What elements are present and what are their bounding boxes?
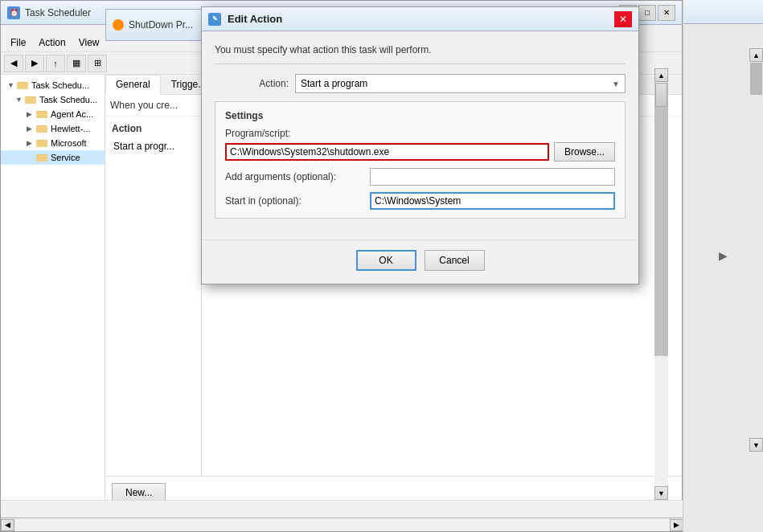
sidebar-item-microsoft[interactable]: ▶ Microsoft: [1, 136, 105, 150]
expand-icon-3: ▶: [27, 110, 35, 118]
folder-icon-microsoft: [36, 137, 47, 149]
program-script-input[interactable]: [225, 143, 549, 161]
back-button[interactable]: ◀: [4, 55, 23, 72]
action-dropdown-value: Start a program: [301, 78, 367, 89]
action-dropdown[interactable]: Start a program ▼: [295, 74, 626, 93]
horizontal-scrollbar: ◀ ▶: [1, 518, 683, 531]
sidebar-item-service-label: Service: [51, 153, 80, 162]
sidebar-item-service[interactable]: Service: [1, 150, 105, 165]
program-script-label: Program/script:: [225, 128, 615, 139]
svg-rect-1: [17, 83, 28, 89]
action-list-value: Start a progr...: [113, 141, 174, 152]
close-button[interactable]: ✕: [658, 5, 675, 21]
svg-rect-11: [36, 155, 47, 162]
folder-icon-agent: [36, 108, 47, 120]
sidebar-item-microsoft-label: Microsoft: [51, 138, 87, 148]
sidebar-item-agent-label: Agent Ac...: [51, 109, 93, 119]
right-title-bar: [683, 0, 763, 24]
sidebar-item-task-scheduler[interactable]: ▼ Task Schedu...: [1, 92, 105, 107]
sidebar-item-label-2: Task Schedu...: [39, 95, 97, 104]
task-scheduler-icon: ⏰: [7, 6, 20, 19]
view-menu[interactable]: View: [72, 35, 106, 50]
forward-button[interactable]: ▶: [25, 55, 44, 72]
start-in-row: Start in (optional):: [225, 192, 615, 210]
svg-rect-9: [36, 141, 47, 147]
actions-list-panel: Action Start a progr...: [105, 117, 202, 476]
dialog-title-icon: ✎: [208, 13, 221, 26]
program-script-row: Browse...: [225, 142, 615, 162]
expand-icon: ▼: [7, 81, 15, 89]
svg-rect-7: [36, 126, 47, 133]
action-row: Action: Start a program ▼: [215, 74, 626, 93]
status-bar: [1, 500, 683, 518]
maximize-button[interactable]: □: [638, 5, 656, 21]
sidebar-item-hewlett-label: Hewlett-...: [51, 124, 91, 133]
start-in-label: Start in (optional):: [225, 195, 370, 207]
dialog-title-text: Edit Action: [228, 13, 614, 25]
up-button[interactable]: ↑: [46, 55, 65, 72]
right-scroll-area: ▲: [749, 48, 763, 96]
right-scroll-bottom-area: ▼: [749, 438, 763, 452]
dialog-close-button[interactable]: ✕: [614, 11, 632, 27]
add-arguments-label: Add arguments (optional):: [225, 171, 370, 182]
browse-button[interactable]: Browse...: [554, 142, 615, 162]
action-label: Action:: [215, 78, 295, 89]
file-menu[interactable]: File: [4, 35, 32, 50]
sidebar-item-task-scheduler-root[interactable]: ▼ Task Schedu...: [1, 78, 105, 92]
vertical-scrollbar: ▲ ▼: [654, 68, 668, 500]
tab-general[interactable]: General: [105, 75, 161, 95]
scroll-right-button[interactable]: ▶: [670, 519, 683, 531]
start-in-input[interactable]: [370, 192, 615, 210]
shutdown-icon: [113, 19, 124, 31]
task-scheduler-folder-icon: [17, 80, 28, 91]
add-arguments-input[interactable]: [370, 168, 615, 186]
action-dropdown-area: Start a program ▼: [295, 74, 626, 93]
scroll-down-button[interactable]: ▼: [654, 486, 668, 500]
dialog-description: You must specify what action this task w…: [215, 44, 626, 64]
sidebar-item-label: Task Schedu...: [31, 80, 89, 90]
folder-icon: [25, 94, 36, 105]
dialog-footer: OK Cancel: [202, 239, 638, 284]
expand-button[interactable]: ⊞: [88, 55, 107, 72]
settings-label: Settings: [225, 110, 615, 121]
ok-button[interactable]: OK: [356, 250, 416, 271]
svg-rect-3: [25, 97, 36, 104]
cancel-button[interactable]: Cancel: [425, 250, 485, 271]
action-column-header: Action: [112, 123, 195, 134]
action-menu[interactable]: Action: [32, 35, 72, 50]
expand-icon-2: ▼: [15, 96, 23, 104]
folder-icon-hewlett: [36, 123, 47, 134]
sidebar-item-agent[interactable]: ▶ Agent Ac...: [1, 107, 105, 121]
right-panel-area: ▲ ▼ ▶: [683, 0, 763, 532]
folder-icon-service: [36, 152, 47, 163]
svg-rect-5: [36, 112, 47, 118]
dropdown-arrow-icon: ▼: [612, 80, 620, 88]
edit-action-dialog: ✎ Edit Action ✕ You must specify what ac…: [201, 6, 639, 284]
sidebar-item-hewlett[interactable]: ▶ Hewlett-...: [1, 121, 105, 136]
expand-icon-4: ▶: [27, 125, 35, 133]
shutdown-title: ShutDown Pr...: [129, 19, 193, 31]
show-hide-button[interactable]: ▦: [67, 55, 86, 72]
settings-box: Settings Program/script: Browse... Add a…: [215, 101, 626, 219]
dialog-body: You must specify what action this task w…: [202, 31, 638, 239]
right-scroll-thumb[interactable]: [750, 63, 762, 95]
add-arguments-row: Add arguments (optional):: [225, 168, 615, 186]
dialog-title-bar: ✎ Edit Action ✕: [202, 7, 638, 31]
right-scroll-up[interactable]: ▲: [749, 48, 763, 62]
right-arrow-icon: ▶: [719, 249, 728, 262]
right-scroll-down[interactable]: ▼: [749, 438, 763, 452]
expand-icon-5: ▶: [27, 139, 35, 147]
scroll-thumb[interactable]: [655, 83, 667, 107]
scroll-up-button[interactable]: ▲: [654, 68, 668, 82]
sidebar: ▼ Task Schedu... ▼ Task Schedu... ▶ Agen…: [1, 75, 105, 509]
scroll-left-button[interactable]: ◀: [1, 519, 14, 531]
action-list-item[interactable]: Start a progr...: [112, 139, 195, 153]
